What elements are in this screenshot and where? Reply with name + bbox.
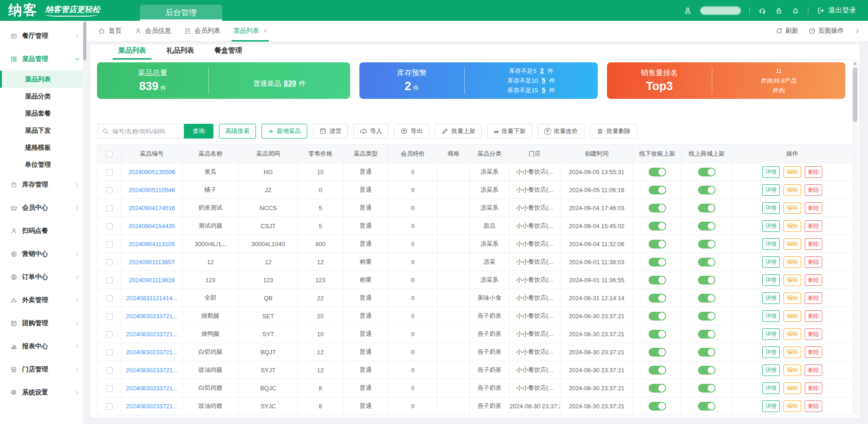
pos-toggle-on[interactable] xyxy=(649,348,666,357)
row-checkbox[interactable] xyxy=(106,331,113,338)
sidebar-item-外卖管理[interactable]: 外卖管理 xyxy=(0,289,87,312)
detail-button[interactable]: 详情 xyxy=(762,310,780,322)
cell-id[interactable]: 20240905135506 xyxy=(121,163,182,181)
sidebar-item-系统设置[interactable]: 系统设置 xyxy=(0,381,87,404)
toolbar-button-批量上架[interactable]: 批量上架 xyxy=(435,124,482,139)
sidebar-item-报表中心[interactable]: 报表中心 xyxy=(0,335,87,358)
cell-id[interactable]: 20240830233721... xyxy=(121,379,182,397)
edit-button[interactable]: 编辑 xyxy=(783,328,801,340)
row-checkbox[interactable] xyxy=(106,295,113,302)
detail-button[interactable]: 详情 xyxy=(762,328,780,340)
sidebar-item-扫码点餐[interactable]: 扫码点餐 xyxy=(0,219,87,242)
sidebar-item-订单中心[interactable]: 订单中心 xyxy=(0,266,87,289)
search-button[interactable]: 查询 xyxy=(184,124,213,139)
delete-button[interactable]: 删除 xyxy=(805,328,822,340)
delete-button[interactable]: 删除 xyxy=(805,166,822,178)
chevron-right-icon[interactable] xyxy=(854,28,861,34)
pos-toggle-on[interactable] xyxy=(649,168,666,176)
edit-button[interactable]: 编辑 xyxy=(783,346,801,358)
subtab-礼品列表[interactable]: 礼品列表 xyxy=(158,43,202,59)
pos-toggle-on[interactable] xyxy=(649,312,666,321)
sidebar-item-门店管理[interactable]: 门店管理 xyxy=(0,358,87,381)
tab-会员信息[interactable]: 会员信息 xyxy=(128,21,177,42)
edit-button[interactable]: 编辑 xyxy=(783,400,801,412)
pos-toggle-on[interactable] xyxy=(649,384,666,393)
edit-button[interactable]: 编辑 xyxy=(783,256,801,268)
toolbar-button-批量下架[interactable]: ∞批量下架 xyxy=(487,124,532,139)
scrollbar-up-arrow[interactable]: ▲ xyxy=(852,61,858,66)
admin-console-tab[interactable]: 后台管理 xyxy=(140,5,222,21)
warn-value[interactable]: 2 xyxy=(540,67,544,74)
normal-dishes-value[interactable]: 839 xyxy=(284,79,296,87)
sidebar-item-会员中心[interactable]: 会员中心 xyxy=(0,196,87,219)
row-checkbox[interactable] xyxy=(106,385,113,392)
toolbar-button-新增菜品[interactable]: 新增菜品 xyxy=(261,124,307,139)
toolbar-button-导出[interactable]: 导出 xyxy=(394,124,429,139)
edit-button[interactable]: 编辑 xyxy=(783,364,801,376)
mall-toggle-on[interactable] xyxy=(698,204,716,212)
sidebar-subitem-单位管理[interactable]: 单位管理 xyxy=(0,156,87,173)
sidebar-subitem-菜品分类[interactable]: 菜品分类 xyxy=(0,88,87,105)
edit-button[interactable]: 编辑 xyxy=(783,184,801,196)
row-checkbox[interactable] xyxy=(106,223,113,230)
detail-button[interactable]: 详情 xyxy=(762,220,780,232)
detail-button[interactable]: 详情 xyxy=(762,346,780,358)
sidebar-scrollbar[interactable] xyxy=(83,21,87,424)
cell-id[interactable]: 20240904113105 xyxy=(121,235,182,253)
pos-toggle-on[interactable] xyxy=(649,366,666,375)
row-checkbox[interactable] xyxy=(106,259,113,266)
edit-button[interactable]: 编辑 xyxy=(783,310,801,322)
pos-toggle-on[interactable] xyxy=(649,402,666,411)
mall-toggle-on[interactable] xyxy=(698,276,716,285)
mall-toggle-on[interactable] xyxy=(698,402,716,411)
pos-toggle-on[interactable] xyxy=(649,294,666,303)
row-checkbox[interactable] xyxy=(106,187,113,194)
cell-id[interactable]: 20240901113657 xyxy=(121,253,182,271)
warn-value[interactable]: 5 xyxy=(542,77,546,84)
toolbar-button-进货[interactable]: 进货 xyxy=(313,124,348,139)
tab-首页[interactable]: 首页 xyxy=(91,21,128,42)
cell-id[interactable]: 20240830233721... xyxy=(121,307,182,325)
detail-button[interactable]: 详情 xyxy=(762,400,780,412)
edit-button[interactable]: 编辑 xyxy=(783,166,801,178)
toolbar-button-高级搜索[interactable]: 高级搜索 xyxy=(219,124,256,139)
mall-toggle-on[interactable] xyxy=(698,186,716,194)
delete-button[interactable]: 删除 xyxy=(805,346,822,358)
edit-button[interactable]: 编辑 xyxy=(783,382,801,394)
sidebar-item-营销中心[interactable]: 营销中心 xyxy=(0,242,87,266)
row-checkbox[interactable] xyxy=(106,403,113,410)
mall-toggle-on[interactable] xyxy=(698,294,716,303)
delete-button[interactable]: 删除 xyxy=(805,400,822,412)
refresh-button[interactable]: 刷新 xyxy=(776,27,798,35)
search-input[interactable] xyxy=(112,128,182,135)
row-checkbox[interactable] xyxy=(106,367,113,374)
delete-button[interactable]: 删除 xyxy=(805,382,822,394)
mall-toggle-on[interactable] xyxy=(698,258,716,267)
detail-button[interactable]: 详情 xyxy=(762,256,780,268)
sidebar-item-库存管理[interactable]: 库存管理 xyxy=(0,173,87,196)
sidebar-subitem-菜品下发[interactable]: 菜品下发 xyxy=(0,122,87,139)
mall-toggle-on[interactable] xyxy=(698,348,716,357)
mall-toggle-on[interactable] xyxy=(698,330,716,339)
lock-icon[interactable] xyxy=(775,6,783,15)
row-checkbox[interactable] xyxy=(106,205,113,212)
sidebar-subitem-规格模板[interactable]: 规格模板 xyxy=(0,139,87,156)
close-icon[interactable]: × xyxy=(263,27,267,35)
edit-button[interactable]: 编辑 xyxy=(783,220,801,232)
tab-会员列表[interactable]: 会员列表 xyxy=(177,21,227,42)
pos-toggle-on[interactable] xyxy=(649,258,666,267)
tab-菜品列表[interactable]: 菜品列表× xyxy=(227,21,273,42)
pos-toggle-on[interactable] xyxy=(649,330,666,339)
pos-toggle-on[interactable] xyxy=(649,222,666,230)
pos-toggle-on[interactable] xyxy=(649,186,666,194)
edit-button[interactable]: 编辑 xyxy=(783,202,801,214)
cell-id[interactable]: 20240830233721... xyxy=(121,397,182,415)
mall-toggle-on[interactable] xyxy=(698,384,716,393)
delete-button[interactable]: 删除 xyxy=(805,184,822,196)
row-checkbox[interactable] xyxy=(106,349,113,356)
select-all-checkbox[interactable] xyxy=(106,151,113,157)
pos-toggle-on[interactable] xyxy=(649,276,666,285)
warn-value[interactable]: 5 xyxy=(542,86,546,94)
mall-toggle-on[interactable] xyxy=(698,312,716,321)
detail-button[interactable]: 详情 xyxy=(762,274,780,286)
